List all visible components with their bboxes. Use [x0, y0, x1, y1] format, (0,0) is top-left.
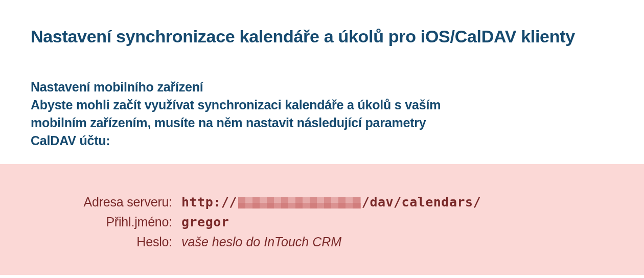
param-row-login: Přihl.jméno: gregor: [31, 215, 613, 229]
param-value-password: vaše heslo do InTouch CRM: [181, 235, 341, 249]
param-value-login: gregor: [181, 215, 229, 229]
page-title: Nastavení synchronizace kalendáře a úkol…: [31, 26, 613, 48]
server-url-suffix: /dav/calendars/: [362, 195, 481, 210]
intro-heading: Nastavení mobilního zařízení: [31, 78, 470, 96]
param-label-server: Adresa serveru:: [31, 195, 181, 210]
param-value-server: http:///dav/calendars/: [181, 195, 481, 210]
redacted-host: [238, 197, 361, 208]
param-row-server: Adresa serveru: http:///dav/calendars/: [31, 195, 613, 210]
param-label-password: Heslo:: [31, 235, 181, 249]
server-url-prefix: http://: [181, 195, 237, 210]
content-wrapper: Nastavení synchronizace kalendáře a úkol…: [0, 0, 644, 150]
param-label-login: Přihl.jméno:: [31, 215, 181, 229]
intro-block: Nastavení mobilního zařízení Abyste mohl…: [31, 78, 470, 150]
caldav-params-panel: Adresa serveru: http:///dav/calendars/ P…: [0, 164, 644, 275]
intro-text: Abyste mohli začít využívat synchronizac…: [31, 96, 470, 150]
param-row-password: Heslo: vaše heslo do InTouch CRM: [31, 235, 613, 249]
